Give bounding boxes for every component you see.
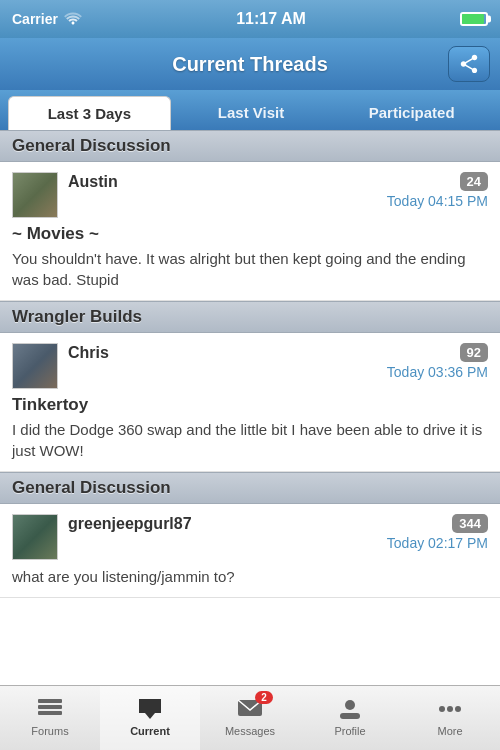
thread-meta-austin: Austin 24 Today 04:15 PM (68, 172, 488, 209)
bottom-tab-messages[interactable]: 2 Messages (200, 686, 300, 750)
section-header-general-1: General Discussion (0, 130, 500, 162)
svg-point-8 (447, 706, 453, 712)
svg-rect-2 (38, 705, 62, 709)
svg-point-5 (345, 700, 355, 710)
wifi-icon (64, 11, 82, 28)
status-bar: Carrier 11:17 AM (0, 0, 500, 38)
bottom-tab-profile[interactable]: Profile (300, 686, 400, 750)
status-left: Carrier (12, 11, 82, 28)
thread-top-chris: Chris 92 Today 03:36 PM (12, 343, 488, 389)
username-chris: Chris (68, 344, 109, 362)
bottom-tab-forums[interactable]: Forums (0, 686, 100, 750)
more-label: More (437, 725, 462, 737)
thread-item-austin[interactable]: Austin 24 Today 04:15 PM ~ Movies ~ You … (0, 162, 500, 301)
svg-rect-1 (38, 699, 62, 703)
count-greenjeep: 344 (452, 514, 488, 533)
forums-label: Forums (31, 725, 68, 737)
time-label: 11:17 AM (236, 10, 306, 28)
thread-meta-greenjeep: greenjeepgurl87 344 Today 02:17 PM (68, 514, 488, 551)
bottom-tab-more[interactable]: More (400, 686, 500, 750)
time-greenjeep: Today 02:17 PM (68, 535, 488, 551)
thread-meta-chris: Chris 92 Today 03:36 PM (68, 343, 488, 380)
carrier-label: Carrier (12, 11, 58, 27)
svg-rect-6 (340, 713, 360, 719)
header-title: Current Threads (172, 53, 328, 76)
thread-top-austin: Austin 24 Today 04:15 PM (12, 172, 488, 218)
avatar-austin (12, 172, 58, 218)
svg-point-7 (439, 706, 445, 712)
profile-icon (335, 696, 365, 722)
title-austin: ~ Movies ~ (12, 224, 488, 244)
current-icon (135, 696, 165, 722)
more-icon (435, 696, 465, 722)
profile-label: Profile (334, 725, 365, 737)
bottom-tab-current[interactable]: Current (100, 686, 200, 750)
avatar-greenjeep (12, 514, 58, 560)
thread-top-greenjeep: greenjeepgurl87 344 Today 02:17 PM (12, 514, 488, 560)
battery-icon (460, 12, 488, 26)
share-icon (458, 53, 480, 75)
tab-last3days[interactable]: Last 3 Days (8, 96, 171, 130)
tab-participated[interactable]: Participated (331, 96, 492, 130)
section-header-wrangler: Wrangler Builds (0, 301, 500, 333)
content-area: General Discussion Austin 24 Today 04:15… (0, 130, 500, 683)
thread-item-chris[interactable]: Chris 92 Today 03:36 PM Tinkertoy I did … (0, 333, 500, 472)
messages-badge: 2 (255, 691, 273, 704)
bottom-tab-bar: Forums Current 2 Messages Profile (0, 685, 500, 750)
preview-greenjeep: what are you listening/jammin to? (12, 566, 488, 587)
username-greenjeep: greenjeepgurl87 (68, 515, 192, 533)
time-austin: Today 04:15 PM (68, 193, 488, 209)
title-chris: Tinkertoy (12, 395, 488, 415)
thread-item-greenjeep[interactable]: greenjeepgurl87 344 Today 02:17 PM what … (0, 504, 500, 598)
section-title-general-2: General Discussion (12, 478, 171, 497)
preview-chris: I did the Dodge 360 swap and the little … (12, 419, 488, 461)
svg-rect-3 (38, 711, 62, 715)
current-label: Current (130, 725, 170, 737)
username-austin: Austin (68, 173, 118, 191)
avatar-chris (12, 343, 58, 389)
top-tabs: Last 3 Days Last Visit Participated (0, 90, 500, 130)
forums-icon (35, 696, 65, 722)
tab-lastvisit[interactable]: Last Visit (171, 96, 332, 130)
preview-austin: You shouldn't have. It was alright but t… (12, 248, 488, 290)
messages-label: Messages (225, 725, 275, 737)
section-title-wrangler: Wrangler Builds (12, 307, 142, 326)
header: Current Threads (0, 38, 500, 90)
share-button[interactable] (448, 46, 490, 82)
time-chris: Today 03:36 PM (68, 364, 488, 380)
count-chris: 92 (460, 343, 488, 362)
section-title-general-1: General Discussion (12, 136, 171, 155)
section-header-general-2: General Discussion (0, 472, 500, 504)
messages-icon: 2 (235, 696, 265, 722)
count-austin: 24 (460, 172, 488, 191)
svg-point-9 (455, 706, 461, 712)
